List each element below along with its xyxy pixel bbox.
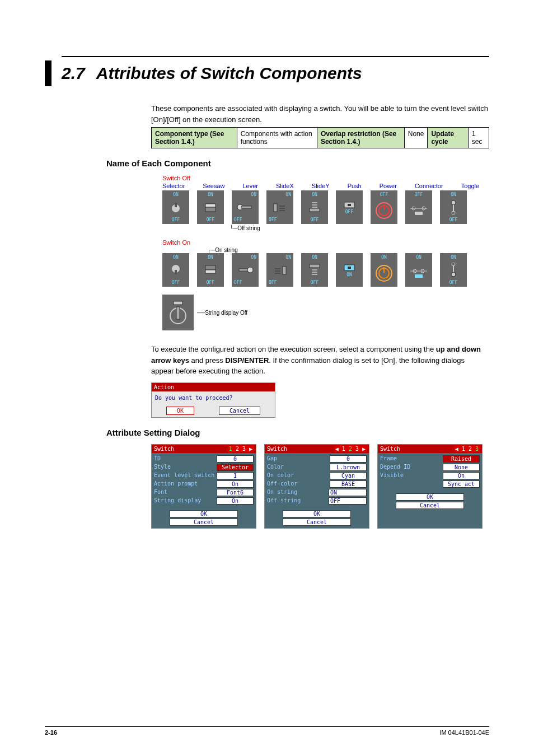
sw-lever-off: ONOFF bbox=[232, 190, 259, 224]
lbl-slidex: SlideX bbox=[276, 183, 294, 189]
heading-bar bbox=[45, 60, 51, 86]
switch-type-labels: Selector Seesaw Lever SlideX SlideY Push… bbox=[162, 183, 489, 189]
lbl-seesaw: Seesaw bbox=[203, 183, 224, 189]
ann-on-string: ┌─On string bbox=[207, 247, 489, 253]
dlg-cancel-button[interactable]: Cancel bbox=[283, 519, 351, 526]
svg-rect-1 bbox=[175, 203, 177, 207]
svg-rect-36 bbox=[310, 264, 320, 268]
dlg-row-value[interactable]: On bbox=[443, 472, 480, 479]
svg-rect-5 bbox=[241, 206, 251, 208]
svg-point-31 bbox=[247, 267, 253, 273]
sw-push-on: ON bbox=[336, 253, 363, 287]
dlg-ok-button[interactable]: OK bbox=[170, 510, 238, 517]
dlg-row-value[interactable]: Sync act bbox=[443, 480, 480, 488]
dlg-row-value[interactable]: On bbox=[217, 480, 254, 488]
sw-connector-on: ON bbox=[405, 253, 432, 287]
dlg-row-value[interactable]: Raised bbox=[443, 455, 480, 463]
dlg-row: Off colorBASE bbox=[267, 480, 367, 488]
dlg-row-value[interactable]: BASE bbox=[330, 480, 367, 488]
top-rule bbox=[62, 56, 489, 57]
ann-off-string: └─Off string bbox=[229, 225, 489, 231]
footer: 2-16 IM 04L41B01-04E bbox=[45, 726, 489, 736]
dlg-row-value[interactable]: L.brown bbox=[330, 464, 367, 471]
dlg-row-value[interactable]: ON bbox=[329, 489, 367, 496]
lbl-selector: Selector bbox=[162, 183, 185, 189]
dlg-cancel-button[interactable]: Cancel bbox=[170, 519, 238, 526]
lbl-toggle: Toggle bbox=[461, 183, 479, 189]
body-text-2: To execute the configured action on the … bbox=[151, 344, 489, 377]
dlg-row-value[interactable]: On bbox=[217, 497, 254, 505]
dlg-title: Switch bbox=[380, 446, 400, 452]
dlg-row-value[interactable]: Font6 bbox=[217, 489, 254, 496]
dlg-pager[interactable]: ◀ 1 2 3 bbox=[454, 446, 480, 452]
dlg-row-label: Off string bbox=[267, 497, 301, 505]
dlg-pager[interactable]: 1 2 3 ▶ bbox=[228, 446, 254, 452]
action-cancel-button[interactable]: Cancel bbox=[219, 407, 260, 415]
svg-rect-52 bbox=[174, 301, 182, 305]
sw-seesaw-off: ONOFF bbox=[197, 190, 224, 224]
dlg-row-value[interactable]: 1 bbox=[217, 472, 254, 479]
svg-rect-41 bbox=[348, 267, 351, 269]
dlg-row: Event level switch1 bbox=[154, 472, 254, 479]
dlg-row-value[interactable]: Selector bbox=[217, 464, 254, 471]
dlg-ok-button[interactable]: OK bbox=[283, 510, 351, 517]
lbl-push: Push bbox=[348, 183, 362, 189]
dlg-row-value[interactable]: OFF bbox=[329, 497, 367, 505]
svg-rect-6 bbox=[274, 204, 277, 212]
th-overlap: Overlap restriction (See Section 1.4.) bbox=[317, 128, 404, 148]
dlg-row-value[interactable]: 0 bbox=[330, 455, 367, 463]
page: 2.7 Attributes of Switch Components Thes… bbox=[0, 0, 534, 756]
sw-lever-on: ONOFF bbox=[232, 253, 259, 287]
dlg-row-label: Depend ID bbox=[380, 464, 410, 471]
dlg-row: FrameRaised bbox=[380, 455, 480, 463]
lbl-power: Power bbox=[380, 183, 397, 189]
sw-toggle-on: ONOFF bbox=[440, 253, 467, 287]
sw-slidex-off: ONOFF bbox=[266, 190, 293, 224]
sw-selector-on: ONOFF bbox=[162, 253, 189, 287]
dlg-pager[interactable]: ◀ 1 2 3 ▶ bbox=[334, 446, 367, 452]
sw-toggle-off: ONOFF bbox=[440, 190, 467, 224]
sw-power-off: OFF bbox=[371, 190, 397, 224]
dlg-row-label: Off color bbox=[267, 480, 297, 488]
sw-selector-off: ONOFF bbox=[162, 190, 189, 224]
dlg-cancel-button[interactable]: Cancel bbox=[396, 502, 464, 509]
attr-dialog-2: Switch◀ 1 2 3 ▶Gap0ColorL.brownOn colorC… bbox=[264, 444, 369, 529]
svg-rect-54 bbox=[176, 307, 180, 319]
intro-text: These components are associated with dis… bbox=[151, 103, 489, 125]
svg-rect-3 bbox=[205, 207, 216, 212]
section-title: Attributes of Switch Components bbox=[96, 64, 362, 83]
action-dialog-title: Action bbox=[152, 383, 275, 391]
string-display-off-row: ──String display Off bbox=[162, 295, 489, 330]
dlg-row-value[interactable]: Cyan bbox=[330, 472, 367, 479]
dlg-row: Off stringOFF bbox=[267, 497, 367, 505]
dlg-row: On stringON bbox=[267, 489, 367, 496]
dlg-row: ID0 bbox=[154, 455, 254, 463]
svg-point-23 bbox=[451, 200, 456, 205]
dlg-row: ColorL.brown bbox=[267, 464, 367, 471]
sw-slidey-off: ONOFF bbox=[301, 190, 328, 224]
dlg-row: On colorCyan bbox=[267, 472, 367, 479]
attribute-dialogs: Switch1 2 3 ▶ID0StyleSelectorEvent level… bbox=[151, 444, 489, 529]
page-number: 2-16 bbox=[45, 729, 57, 736]
dlg-row-label: Frame bbox=[380, 455, 397, 463]
dlg-row-value[interactable]: None bbox=[443, 464, 480, 471]
dlg-row-label: Event level switch bbox=[154, 472, 214, 479]
td-update: 1 sec bbox=[468, 128, 489, 148]
dlg-row-label: Gap bbox=[267, 455, 277, 463]
dlg-row-value[interactable]: 0 bbox=[217, 455, 254, 463]
action-ok-button[interactable]: OK bbox=[166, 407, 194, 415]
sw-power-on: ON bbox=[371, 253, 397, 287]
dlg-row-label: Font bbox=[154, 489, 167, 496]
section-heading: 2.7 Attributes of Switch Components bbox=[45, 60, 489, 86]
dlg-row-label: Action prompt bbox=[154, 480, 198, 488]
dlg-row: StyleSelector bbox=[154, 464, 254, 471]
dlg-row-label: On string bbox=[267, 489, 297, 496]
dlg-ok-button[interactable]: OK bbox=[396, 493, 464, 501]
switch-on-label: Switch On bbox=[162, 239, 489, 246]
sw-slidex-on: ONOFF bbox=[266, 253, 293, 287]
sw-seesaw-on: ONOFF bbox=[197, 253, 224, 287]
td-overlap: None bbox=[404, 128, 428, 148]
lbl-connector: Connector bbox=[415, 183, 443, 189]
svg-rect-22 bbox=[415, 212, 423, 215]
sw-connector-off: OFF bbox=[405, 190, 432, 224]
